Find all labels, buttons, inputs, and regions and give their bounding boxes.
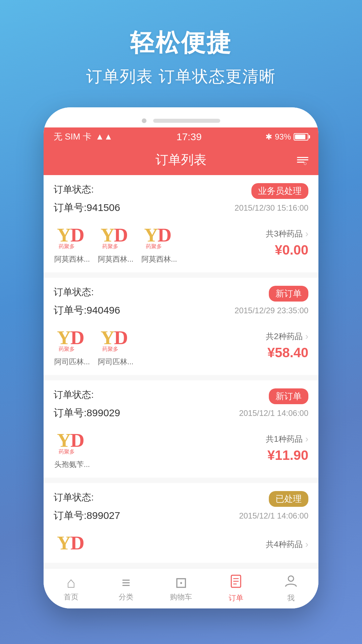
product-item: Y D 药聚多 阿司匹林... bbox=[97, 324, 134, 367]
nav-item-profile[interactable]: 我 bbox=[263, 574, 318, 603]
svg-text:D: D bbox=[158, 224, 172, 246]
nav-item-cart[interactable]: ⊡ 购物车 bbox=[154, 575, 208, 602]
menu-icon: ≡ bbox=[122, 575, 130, 590]
order-card-2[interactable]: 订单状态: 新订单 订单号:940496 2015/12/29 23:35:00… bbox=[44, 278, 318, 375]
order-card-1[interactable]: 订单状态: 业务员处理 订单号:941506 2015/12/30 15:16:… bbox=[44, 175, 318, 272]
products-row-3: Y D 药聚多 头孢氨苄... 共1种药品 › bbox=[54, 427, 308, 470]
product-item: Y D bbox=[54, 534, 90, 554]
product-item: Y D 药聚多 阿莫西林... bbox=[54, 221, 90, 264]
order-price-3: ¥11.90 bbox=[267, 448, 308, 463]
order-price-1: ¥0.00 bbox=[275, 243, 308, 258]
status-badge-2: 新订单 bbox=[269, 286, 308, 302]
nav-item-order[interactable]: 订单 bbox=[208, 574, 263, 603]
product-logo: Y D 药聚多 bbox=[54, 221, 90, 252]
order-header-3: 订单状态: 新订单 bbox=[54, 388, 308, 404]
svg-point-24 bbox=[288, 576, 294, 581]
order-number-3: 订单号:899029 bbox=[54, 406, 120, 420]
signal-text: 无 SIM 卡 bbox=[54, 131, 92, 143]
products-row-2: Y D 药聚多 阿司匹林... Y D bbox=[54, 324, 308, 367]
order-number-2: 订单号:940496 bbox=[54, 304, 120, 317]
order-meta-1: 订单号:941506 2015/12/30 15:16:00 bbox=[54, 201, 308, 215]
order-icon bbox=[229, 574, 243, 591]
bottom-navigation: ⌂ 首页 ≡ 分类 ⊡ 购物车 订单 bbox=[44, 568, 318, 608]
battery-percent: 93% bbox=[275, 132, 291, 142]
status-left: 无 SIM 卡 ▲▲ bbox=[54, 131, 113, 143]
order-card-4[interactable]: 订单状态: 已处理 订单号:899027 2015/12/1 14:06:00 … bbox=[44, 483, 318, 563]
products-list-3: Y D 药聚多 头孢氨苄... bbox=[54, 427, 266, 470]
svg-text:D: D bbox=[114, 224, 128, 246]
order-card-3[interactable]: 订单状态: 新订单 订单号:899029 2015/12/1 14:06:00 … bbox=[44, 380, 318, 478]
svg-text:D: D bbox=[114, 327, 128, 348]
product-logo: Y D bbox=[54, 534, 90, 554]
svg-text:药聚多: 药聚多 bbox=[102, 346, 118, 352]
products-list-4: Y D bbox=[54, 534, 266, 554]
product-name: 阿莫西林... bbox=[98, 254, 133, 264]
order-header-2: 订单状态: 新订单 bbox=[54, 286, 308, 302]
order-date-3: 2015/12/1 14:06:00 bbox=[239, 409, 308, 418]
nav-label-order: 订单 bbox=[229, 593, 243, 603]
status-badge-1: 业务员处理 bbox=[251, 183, 308, 199]
promo-subtitle: 订单列表 订单状态更清晰 bbox=[13, 66, 349, 87]
content-area: 订单状态: 业务员处理 订单号:941506 2015/12/30 15:16:… bbox=[44, 175, 318, 568]
order-status-label-1: 订单状态: bbox=[54, 183, 94, 196]
order-price-2: ¥58.40 bbox=[267, 345, 308, 360]
nav-label-cart: 购物车 bbox=[170, 592, 192, 602]
product-name: 阿莫西林... bbox=[141, 254, 177, 264]
order-status-label-2: 订单状态: bbox=[54, 286, 94, 299]
nav-item-category[interactable]: ≡ 分类 bbox=[99, 575, 154, 602]
products-list-2: Y D 药聚多 阿司匹林... Y D bbox=[54, 324, 266, 367]
svg-text:D: D bbox=[70, 224, 84, 246]
promo-title: 轻松便捷 bbox=[13, 27, 349, 59]
products-info-1: 共3种药品 › ¥0.00 bbox=[266, 228, 308, 258]
products-row-1: Y D 药聚多 阿莫西林... Y D bbox=[54, 221, 308, 264]
user-icon bbox=[284, 574, 298, 591]
status-right: ✱ 93% bbox=[265, 132, 308, 142]
bluetooth-icon: ✱ bbox=[265, 132, 272, 142]
svg-text:D: D bbox=[70, 429, 84, 451]
search-filter-icon[interactable]: ○ bbox=[297, 157, 308, 163]
cart-icon: ⊡ bbox=[175, 575, 187, 590]
phone-top-decoration bbox=[44, 107, 318, 127]
svg-text:Y: Y bbox=[57, 429, 71, 451]
status-bar: 无 SIM 卡 ▲▲ 17:39 ✱ 93% bbox=[44, 127, 318, 146]
svg-text:药聚多: 药聚多 bbox=[59, 346, 75, 352]
products-info-3: 共1种药品 › ¥11.90 bbox=[266, 434, 308, 463]
product-count-4: 共4种药品 › bbox=[266, 539, 308, 550]
product-name: 阿司匹林... bbox=[98, 357, 133, 367]
order-meta-3: 订单号:899029 2015/12/1 14:06:00 bbox=[54, 406, 308, 420]
product-item: Y D 药聚多 阿司匹林... bbox=[54, 324, 90, 367]
product-logo: Y D 药聚多 bbox=[141, 221, 178, 252]
order-number-4: 订单号:899027 bbox=[54, 509, 120, 523]
product-logo: Y D 药聚多 bbox=[54, 324, 90, 354]
home-icon: ⌂ bbox=[67, 575, 76, 590]
product-item: Y D 药聚多 阿莫西林... bbox=[141, 221, 178, 264]
products-list-1: Y D 药聚多 阿莫西林... Y D bbox=[54, 221, 266, 264]
order-status-label-4: 订单状态: bbox=[54, 491, 94, 504]
svg-text:Y: Y bbox=[144, 224, 158, 246]
svg-text:药聚多: 药聚多 bbox=[59, 244, 75, 249]
product-count-1: 共3种药品 › bbox=[266, 228, 308, 239]
products-row-4: Y D 共4种药品 › bbox=[54, 529, 308, 559]
nav-item-home[interactable]: ⌂ 首页 bbox=[44, 575, 99, 602]
product-item: Y D 药聚多 阿莫西林... bbox=[97, 221, 134, 264]
svg-text:Y: Y bbox=[57, 327, 71, 348]
nav-title: 订单列表 bbox=[156, 151, 206, 168]
nav-label-category: 分类 bbox=[119, 592, 133, 602]
products-info-2: 共2种药品 › ¥58.40 bbox=[266, 331, 308, 360]
product-logo: Y D 药聚多 bbox=[97, 221, 134, 252]
product-logo: Y D 药聚多 bbox=[97, 324, 134, 354]
svg-text:D: D bbox=[70, 532, 84, 554]
battery-icon bbox=[294, 133, 308, 141]
svg-text:Y: Y bbox=[101, 327, 115, 348]
status-badge-3: 新订单 bbox=[269, 388, 308, 404]
product-item: Y D 药聚多 头孢氨苄... bbox=[54, 427, 90, 470]
product-name: 阿莫西林... bbox=[54, 254, 90, 264]
order-header-1: 订单状态: 业务员处理 bbox=[54, 183, 308, 199]
product-count-2: 共2种药品 › bbox=[266, 331, 308, 342]
order-meta-4: 订单号:899027 2015/12/1 14:06:00 bbox=[54, 509, 308, 523]
phone-speaker bbox=[153, 119, 220, 123]
order-status-label-3: 订单状态: bbox=[54, 388, 94, 401]
svg-text:Y: Y bbox=[57, 532, 71, 554]
svg-text:药聚多: 药聚多 bbox=[146, 244, 162, 249]
nav-label-profile: 我 bbox=[287, 593, 295, 603]
